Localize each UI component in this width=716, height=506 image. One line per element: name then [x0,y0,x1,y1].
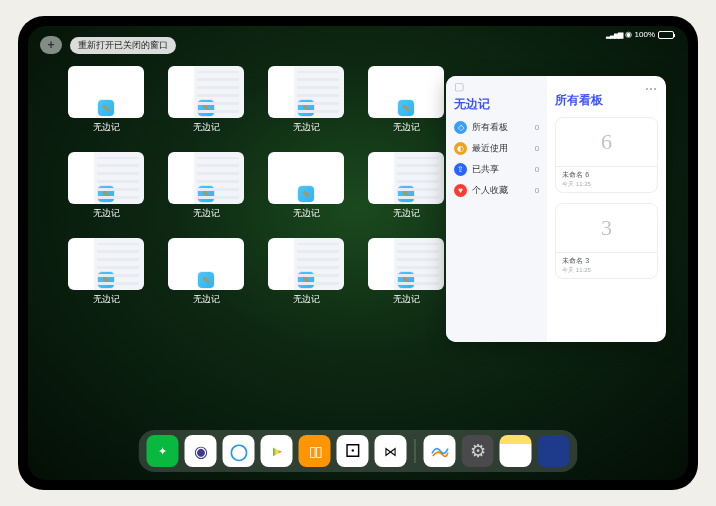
window-grid: 无边记无边记无边记无边记无边记无边记无边记无边记无边记无边记无边记无边记 [66,66,446,306]
freeform-app-icon [198,272,214,288]
battery-percent: 100% [635,30,655,39]
panel-sidebar: 无边记 ◇所有看板0◐最近使用0⇪已共享0♥个人收藏0 [446,76,547,342]
window-label: 无边记 [93,121,120,134]
window-preview [268,152,344,204]
freeform-app-icon [98,100,114,116]
dock-separator [415,439,416,463]
content-title: 所有看板 [555,92,658,109]
freeform-app-icon [398,186,414,202]
window-label: 无边记 [293,121,320,134]
freeform-app-icon [198,186,214,202]
window-preview [268,66,344,118]
dock-quark-icon[interactable] [185,435,217,467]
ipad-frame: 100% + 重新打开已关闭的窗口 无边记无边记无边记无边记无边记无边记无边记无… [18,16,698,490]
board-time: 今天 11:25 [562,180,651,189]
window-thumbnail[interactable]: 无边记 [366,238,446,306]
board-item[interactable]: 6未命名 6今天 11:25 [555,117,658,193]
sidebar-item-fav[interactable]: ♥个人收藏0 [454,184,539,197]
window-preview [368,152,444,204]
board-name: 未命名 6 [562,170,651,180]
window-thumbnail[interactable]: 无边记 [66,152,146,220]
window-preview [268,238,344,290]
sidebar-item-all[interactable]: ◇所有看板0 [454,121,539,134]
sidebar-item-label: 所有看板 [472,121,508,134]
freeform-app-icon [298,100,314,116]
freeform-app-panel[interactable]: ▢ 无边记 ◇所有看板0◐最近使用0⇪已共享0♥个人收藏0 ⋯ 所有看板 6未命… [446,76,666,342]
sidebar-item-count: 0 [535,144,539,153]
reopen-label: 重新打开已关闭的窗口 [78,40,168,50]
fav-icon: ♥ [454,184,467,197]
dock-app-library-icon[interactable] [538,435,570,467]
window-thumbnail[interactable]: 无边记 [66,238,146,306]
more-icon[interactable]: ⋯ [645,82,658,96]
board-item[interactable]: 3未命名 3今天 11:25 [555,203,658,279]
window-label: 无边记 [93,207,120,220]
freeform-app-icon [398,272,414,288]
reopen-closed-window-button[interactable]: 重新打开已关闭的窗口 [70,37,176,54]
window-preview [368,66,444,118]
boards-list: 6未命名 6今天 11:253未命名 3今天 11:25 [555,117,658,279]
window-label: 无边记 [93,293,120,306]
dock-settings-icon[interactable] [462,435,494,467]
window-preview [168,152,244,204]
battery-icon [658,31,674,39]
dock-freeform-icon[interactable] [424,435,456,467]
window-thumbnail[interactable]: 无边记 [166,152,246,220]
dock-qqbrowser-icon[interactable] [223,435,255,467]
board-preview: 3 [556,204,657,252]
board-preview: 6 [556,118,657,166]
window-label: 无边记 [193,207,220,220]
wifi-icon [625,30,632,39]
dock-nodes-app-icon[interactable] [375,435,407,467]
dock-video-icon[interactable] [261,435,293,467]
sidebar-nav: ◇所有看板0◐最近使用0⇪已共享0♥个人收藏0 [454,121,539,197]
freeform-app-icon [98,186,114,202]
dock-books-icon[interactable] [299,435,331,467]
dock-dice-app-icon[interactable] [337,435,369,467]
window-thumbnail[interactable]: 无边记 [266,66,346,134]
window-preview [68,238,144,290]
window-thumbnail[interactable]: 无边记 [266,238,346,306]
sidebar-title: 无边记 [454,96,539,113]
window-label: 无边记 [193,293,220,306]
freeform-app-icon [298,272,314,288]
window-thumbnail[interactable]: 无边记 [366,152,446,220]
window-thumbnail[interactable]: 无边记 [366,66,446,134]
freeform-app-icon [198,100,214,116]
board-name: 未命名 3 [562,256,651,266]
sidebar-item-label: 已共享 [472,163,499,176]
board-time: 今天 11:25 [562,266,651,275]
window-preview [168,238,244,290]
window-label: 无边记 [393,121,420,134]
window-thumbnail[interactable]: 无边记 [266,152,346,220]
sidebar-item-shared[interactable]: ⇪已共享0 [454,163,539,176]
all-icon: ◇ [454,121,467,134]
top-bar: + 重新打开已关闭的窗口 [40,36,176,54]
window-label: 无边记 [293,293,320,306]
dock-wechat-icon[interactable] [147,435,179,467]
dock-notes-icon[interactable] [500,435,532,467]
freeform-app-icon [298,186,314,202]
panel-content: ⋯ 所有看板 6未命名 6今天 11:253未命名 3今天 11:25 [547,76,666,342]
window-label: 无边记 [393,293,420,306]
dock [139,430,578,472]
window-preview [168,66,244,118]
screen: 100% + 重新打开已关闭的窗口 无边记无边记无边记无边记无边记无边记无边记无… [28,26,688,480]
sidebar-item-count: 0 [535,123,539,132]
window-label: 无边记 [193,121,220,134]
sidebar-item-label: 最近使用 [472,142,508,155]
sidebar-item-recent[interactable]: ◐最近使用0 [454,142,539,155]
window-thumbnail[interactable]: 无边记 [166,238,246,306]
window-thumbnail[interactable]: 无边记 [166,66,246,134]
plus-icon: + [47,38,54,52]
window-preview [68,152,144,204]
sidebar-toggle-icon[interactable]: ▢ [454,80,464,93]
add-window-button[interactable]: + [40,36,62,54]
board-meta: 未命名 3今天 11:25 [556,252,657,278]
window-preview [368,238,444,290]
window-label: 无边记 [393,207,420,220]
window-thumbnail[interactable]: 无边记 [66,66,146,134]
sidebar-item-count: 0 [535,165,539,174]
sidebar-item-count: 0 [535,186,539,195]
sidebar-item-label: 个人收藏 [472,184,508,197]
